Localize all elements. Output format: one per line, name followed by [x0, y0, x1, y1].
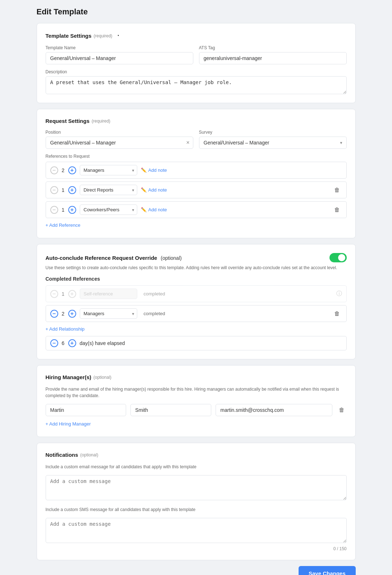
notifications-card: Notifications (optional) Include a custo…: [37, 443, 356, 560]
request-settings-card: Request Settings (required) Position × S…: [37, 109, 356, 238]
hiring-managers-card: Hiring Manager(s) (optional) Provide the…: [37, 365, 356, 437]
position-clear-button[interactable]: ×: [186, 139, 189, 146]
add-reference-button[interactable]: + Add Reference: [46, 221, 80, 229]
self-ref-stepper: − 1 +: [50, 290, 76, 298]
direct-reports-increment-button[interactable]: +: [68, 186, 76, 194]
add-hiring-manager-button[interactable]: + Add Hiring Manager: [46, 420, 91, 428]
auto-conclude-managers-type-select[interactable]: Managers Direct Reports Coworkers/Peers: [80, 308, 137, 319]
coworkers-type-wrapper: Managers Direct Reports Coworkers/Peers …: [80, 204, 137, 215]
coworkers-increment-button[interactable]: +: [68, 206, 76, 214]
days-count: 6: [61, 340, 65, 346]
hiring-manager-email-input[interactable]: [216, 404, 332, 416]
auto-conclude-managers-delete-button[interactable]: 🗑: [332, 310, 342, 318]
template-name-input[interactable]: [46, 52, 193, 64]
sms-textarea-container: [46, 518, 347, 544]
reference-row-managers: − 2 + Managers Direct Reports Coworkers/…: [46, 162, 347, 179]
template-name-label: Template Name: [46, 45, 193, 50]
coworkers-stepper: − 1 +: [50, 206, 76, 214]
ats-tag-label: ATS Tag: [199, 45, 347, 50]
managers-decrement-button[interactable]: −: [50, 166, 58, 174]
char-count: 0 / 150: [46, 546, 347, 551]
managers-stepper: − 2 +: [50, 166, 76, 174]
pencil-icon-3: ✏️: [141, 207, 147, 212]
coworkers-add-note-button[interactable]: ✏️ Add note: [141, 207, 167, 212]
direct-reports-decrement-button[interactable]: −: [50, 186, 58, 194]
request-settings-title: Request Settings (required): [46, 118, 347, 124]
days-increment-button[interactable]: +: [68, 339, 76, 347]
position-select-wrapper: ×: [46, 137, 193, 149]
description-label: Description: [46, 69, 347, 74]
page-title: Edit Template: [37, 7, 356, 17]
reference-row-direct-reports: − 1 + Managers Direct Reports Coworkers/…: [46, 181, 347, 198]
sms-message-input[interactable]: [46, 518, 347, 543]
coworkers-delete-button[interactable]: 🗑: [332, 206, 342, 214]
hiring-manager-lastname-input[interactable]: [130, 404, 211, 416]
direct-reports-delete-button[interactable]: 🗑: [332, 186, 342, 194]
position-input[interactable]: [46, 137, 193, 149]
self-ref-count: 1: [61, 291, 65, 297]
managers-add-note-button[interactable]: ✏️ Add note: [141, 167, 167, 173]
position-label: Position: [46, 130, 193, 135]
direct-reports-count: 1: [61, 187, 65, 193]
reference-row-coworkers: − 1 + Managers Direct Reports Coworkers/…: [46, 201, 347, 218]
template-settings-card: Template Settings (required) · Template …: [37, 23, 356, 103]
days-elapsed-text: day(s) have elapsed: [80, 340, 125, 346]
auto-conclude-managers-increment-button[interactable]: +: [68, 310, 76, 318]
days-elapsed-row: − 6 + day(s) have elapsed: [46, 336, 347, 350]
direct-reports-add-note-button[interactable]: ✏️ Add note: [141, 187, 167, 193]
self-ref-decrement-button[interactable]: −: [50, 290, 58, 298]
description-input[interactable]: A preset that uses the General/Universal…: [46, 76, 347, 94]
template-settings-title: Template Settings (required) ·: [46, 32, 347, 40]
hiring-managers-description: Provide the name and email of the hiring…: [46, 386, 347, 399]
survey-select-wrapper: General/Universal – Manager ▼: [199, 137, 347, 149]
days-decrement-button[interactable]: −: [50, 339, 58, 347]
auto-conclude-managers-stepper: − 2 +: [50, 310, 76, 318]
self-ref-increment-button[interactable]: +: [68, 290, 76, 298]
references-label: References to Request: [46, 154, 347, 159]
auto-conclude-description: Use these settings to create auto-conclu…: [46, 264, 347, 271]
hiring-manager-row: 🗑: [46, 404, 347, 416]
hiring-managers-title: Hiring Manager(s) (optional): [46, 374, 347, 380]
self-ref-type-wrapper: [80, 289, 137, 299]
auto-conclude-toggle[interactable]: [329, 253, 347, 262]
managers-type-wrapper: Managers Direct Reports Coworkers/Peers …: [80, 165, 137, 175]
self-ref-info-icon[interactable]: ⓘ: [336, 290, 342, 298]
days-stepper: − 6 +: [50, 339, 76, 347]
coworkers-decrement-button[interactable]: −: [50, 206, 58, 214]
managers-increment-button[interactable]: +: [68, 166, 76, 174]
save-button-row: Save Changes: [37, 566, 356, 575]
managers-count: 2: [61, 167, 65, 173]
survey-label: Survey: [199, 130, 347, 135]
save-changes-button[interactable]: Save Changes: [299, 566, 356, 575]
auto-conclude-managers-type-wrapper: Managers Direct Reports Coworkers/Peers …: [80, 308, 137, 319]
self-ref-type-input: [80, 289, 137, 299]
auto-conclude-managers-row: − 2 + Managers Direct Reports Coworkers/…: [46, 305, 347, 322]
pencil-icon-2: ✏️: [141, 187, 147, 193]
auto-conclude-managers-decrement-button[interactable]: −: [50, 310, 58, 318]
email-message-input[interactable]: [46, 475, 347, 500]
notifications-title: Notifications (optional): [46, 452, 347, 458]
ats-tag-input[interactable]: [199, 52, 347, 64]
completed-references-label: Completed References: [46, 276, 347, 282]
self-reference-row: − 1 + completed ⓘ: [46, 285, 347, 302]
hiring-manager-delete-button[interactable]: 🗑: [337, 406, 347, 414]
managers-type-select[interactable]: Managers Direct Reports Coworkers/Peers: [80, 165, 137, 175]
add-relationship-button[interactable]: + Add Relationship: [46, 325, 85, 333]
auto-conclude-managers-count: 2: [61, 311, 65, 317]
direct-reports-stepper: − 1 +: [50, 186, 76, 194]
sms-notification-label: Include a custom SMS message for all can…: [46, 506, 347, 513]
pencil-icon: ✏️: [141, 167, 147, 173]
direct-reports-type-wrapper: Managers Direct Reports Coworkers/Peers …: [80, 185, 137, 195]
survey-select[interactable]: General/Universal – Manager: [199, 137, 347, 149]
coworkers-count: 1: [61, 207, 65, 213]
email-notification-label: Include a custom email message for all c…: [46, 464, 347, 470]
hiring-manager-firstname-input[interactable]: [46, 404, 126, 416]
direct-reports-type-select[interactable]: Managers Direct Reports Coworkers/Peers: [80, 185, 137, 195]
auto-conclude-card: Auto-conclude Reference Request Override…: [37, 244, 356, 359]
coworkers-type-select[interactable]: Managers Direct Reports Coworkers/Peers: [80, 204, 137, 215]
auto-conclude-header: Auto-conclude Reference Request Override…: [46, 253, 347, 262]
